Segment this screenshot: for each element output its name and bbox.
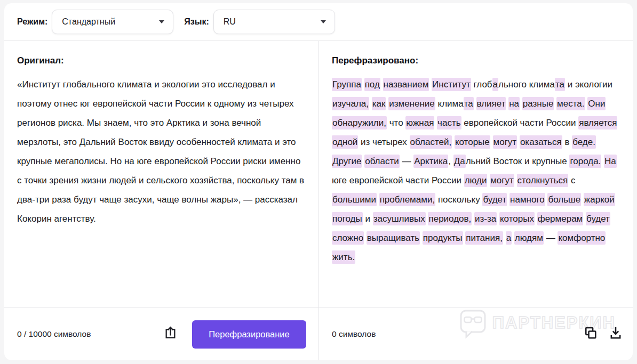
diff-highlight: выращивать [367, 231, 420, 245]
diff-highlight: будет [586, 212, 610, 225]
diff-highlight: Институт [432, 78, 471, 91]
diff-highlight: будет [482, 193, 507, 206]
diff-highlight: столкнуться [517, 174, 569, 187]
language-label: Язык: [184, 17, 209, 27]
diff-highlight: комфортно [558, 231, 606, 245]
diff-highlight: беде. [572, 135, 596, 149]
diff-highlight: намного [509, 193, 545, 206]
diff-highlight: места. [556, 97, 585, 110]
diff-highlight: та [464, 97, 474, 110]
diff-highlight: засушливых [373, 212, 426, 225]
diff-highlight: могут [493, 135, 517, 149]
chevron-down-icon [321, 20, 326, 23]
original-text[interactable]: «Институт глобального климата и экологии… [17, 75, 305, 229]
diff-highlight: области [364, 155, 400, 168]
diff-highlight: продукты [423, 231, 463, 245]
diff-highlight: Арктика [413, 155, 448, 168]
paraphrased-char-count: 0 символов [332, 329, 376, 339]
diff-highlight: проблемами, [379, 193, 436, 206]
diff-highlight: а [492, 78, 498, 91]
mode-label: Режим: [17, 17, 47, 27]
mode-select-value: Стандартный [62, 17, 115, 27]
diff-highlight: погоды [332, 212, 363, 225]
diff-highlight: является [578, 116, 617, 130]
paraphrased-title: Перефразировано: [332, 41, 626, 66]
diff-highlight: могут [490, 174, 514, 187]
chevron-down-icon [159, 20, 164, 23]
partnerkin-bubble-glasses-icon [459, 309, 487, 339]
diff-highlight: южная [405, 116, 434, 130]
diff-highlight: из-за [474, 212, 497, 225]
original-panel: Оригинал: «Институт глобального климата … [17, 41, 308, 308]
diff-highlight: жить. [332, 250, 355, 264]
diff-highlight: влияет [476, 97, 506, 110]
diff-highlight: фермерам [537, 212, 584, 225]
diff-highlight: Группа [332, 78, 362, 91]
diff-highlight: как [372, 97, 386, 110]
diff-highlight: сложно [332, 231, 364, 245]
diff-highlight: а [506, 231, 512, 245]
mode-select[interactable]: Стандартный [52, 10, 173, 34]
paraphrased-text: Группа под названием Институт глобальног… [332, 75, 620, 267]
diff-highlight: города. [569, 155, 601, 168]
diff-highlight: областей, [410, 135, 452, 149]
diff-highlight: которые [455, 135, 490, 149]
result-actions [583, 326, 623, 342]
diff-highlight: которых [499, 212, 535, 225]
diff-highlight: часть [437, 116, 461, 130]
diff-highlight: под [364, 78, 380, 91]
diff-highlight: на [508, 97, 520, 110]
download-icon[interactable] [608, 326, 623, 342]
diff-highlight: изменение [388, 97, 435, 110]
paraphrase-button[interactable]: Перефразирование [192, 320, 306, 349]
diff-highlight: периодов, [428, 212, 472, 225]
diff-highlight: оказаться [520, 135, 562, 149]
diff-highlight: людям [514, 231, 544, 245]
diff-highlight: Они [587, 97, 606, 110]
diff-highlight: люди [464, 174, 488, 187]
language-select-value: RU [224, 17, 236, 27]
diff-highlight: Да [453, 155, 466, 168]
diff-highlight: На [604, 155, 617, 168]
diff-highlight: одной [332, 135, 358, 149]
copy-icon[interactable] [583, 326, 598, 342]
diff-highlight: названием [383, 78, 429, 91]
diff-highlight: большими [332, 193, 377, 206]
original-title: Оригинал: [17, 41, 308, 66]
upload-icon[interactable] [163, 326, 178, 342]
diff-highlight: питания, [465, 231, 503, 245]
diff-highlight: Другие [332, 155, 362, 168]
diff-highlight: жаркой [584, 193, 615, 206]
diff-highlight: обнаружили, [332, 116, 387, 130]
original-char-count: 0 / 10000 символов [17, 329, 91, 339]
language-select[interactable]: RU [213, 10, 335, 34]
bottom-bar: 0 / 10000 символов Перефразирование 0 си… [4, 308, 633, 360]
diff-highlight: та [555, 78, 565, 91]
toolbar: Режим: Стандартный Язык: RU [4, 3, 633, 41]
paraphrased-panel: Перефразировано: Группа под названием Ин… [332, 41, 626, 308]
diff-highlight: разные [522, 97, 554, 110]
diff-highlight: изучала, [332, 97, 369, 110]
diff-highlight: больше [547, 193, 581, 206]
paraphraser-card: Режим: Стандартный Язык: RU Оригинал: «И… [4, 3, 633, 360]
